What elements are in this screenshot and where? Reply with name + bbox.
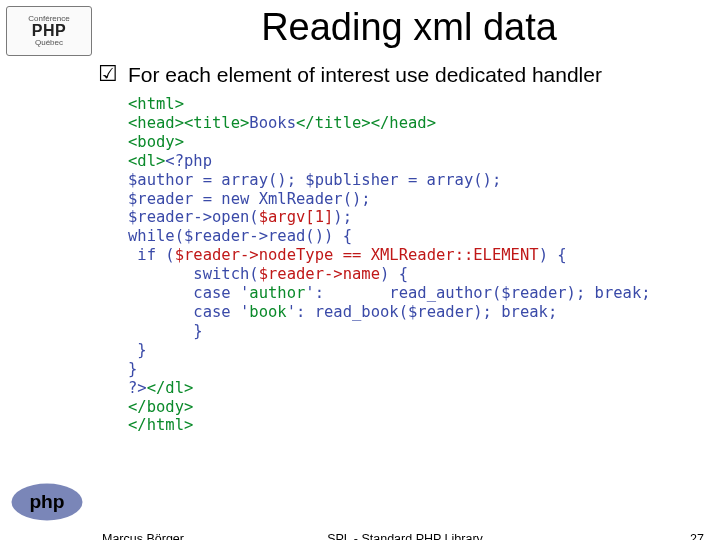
bullet-text: For each element of interest use dedicat…: [128, 63, 602, 87]
footer-page-number: 27: [690, 532, 704, 540]
code-block: <html> <head><title>Books</title></head>…: [128, 95, 720, 435]
svg-text:php: php: [29, 491, 64, 512]
logo-line3: Québec: [35, 39, 63, 47]
footer-title: SPL - Standard PHP Library: [98, 532, 712, 540]
logo-line2: PHP: [32, 23, 66, 39]
php-logo: php: [10, 482, 84, 522]
slide-content: Reading xml data ☑ For each element of i…: [98, 0, 720, 540]
conference-logo: Conférence PHP Québec: [6, 6, 92, 56]
checkmark-icon: ☑: [98, 63, 128, 85]
sidebar: Conférence PHP Québec php: [0, 0, 98, 540]
bullet-row: ☑ For each element of interest use dedic…: [98, 63, 720, 87]
slide-title: Reading xml data: [98, 6, 720, 49]
